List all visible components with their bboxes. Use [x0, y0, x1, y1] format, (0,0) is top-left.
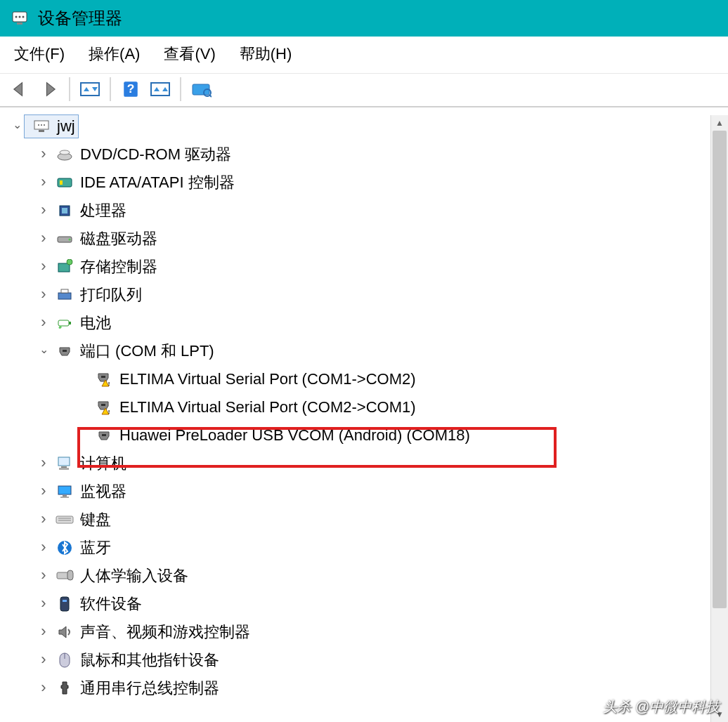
printer-icon: [55, 287, 74, 303]
menu-file[interactable]: 文件(F): [14, 44, 65, 65]
scrollbar-thumb[interactable]: [713, 131, 727, 608]
tree-category-label: 打印队列: [80, 284, 142, 306]
menu-action[interactable]: 操作(A): [89, 44, 140, 65]
menu-bar: 文件(F) 操作(A) 查看(V) 帮助(H): [0, 37, 728, 74]
menu-help[interactable]: 帮助(H): [240, 44, 292, 65]
svg-rect-50: [63, 600, 67, 602]
port-warn-icon: !: [94, 371, 114, 388]
tree-category[interactable]: 存储控制器: [7, 253, 728, 281]
tree-category[interactable]: 处理器: [7, 197, 728, 225]
svg-point-4: [22, 16, 25, 18]
expand-icon[interactable]: [37, 172, 51, 194]
tree-category[interactable]: IDE ATA/ATAPI 控制器: [7, 169, 728, 197]
tree-device-label: Huawei PreLoader USB VCOM (Android) (COM…: [119, 425, 470, 447]
svg-text:?: ?: [127, 81, 135, 96]
tree-category[interactable]: 人体学输入设备: [7, 562, 728, 590]
tree-category-label: 处理器: [80, 200, 126, 222]
svg-rect-32: [101, 376, 105, 378]
svg-rect-49: [60, 597, 69, 611]
expand-icon[interactable]: [37, 228, 51, 250]
separator: [180, 77, 181, 101]
svg-point-2: [15, 16, 18, 18]
tree-category-label: 通用串行总线控制器: [80, 678, 219, 700]
show-hidden-button[interactable]: [148, 77, 173, 102]
svg-rect-34: [101, 404, 105, 406]
tree-category[interactable]: 蓝牙: [7, 534, 728, 562]
menu-view[interactable]: 查看(V): [164, 44, 215, 65]
svg-text:!: !: [108, 381, 110, 387]
tree-category[interactable]: 软件设备: [7, 590, 728, 618]
tree-category-label: 蓝牙: [80, 537, 111, 559]
tree-category[interactable]: 监视器: [7, 478, 728, 506]
expand-icon[interactable]: [37, 565, 51, 587]
svg-point-15: [41, 124, 42, 126]
device-tree: jwj DVD/CD-ROM 驱动器IDE ATA/ATAPI 控制器处理器磁盘…: [0, 107, 728, 702]
tree-device[interactable]: !ELTIMA Virtual Serial Port (COM1->COM2): [7, 365, 728, 393]
expand-icon[interactable]: [37, 622, 51, 643]
tree-device-label: ELTIMA Virtual Serial Port (COM1->COM2): [119, 369, 416, 390]
expand-icon[interactable]: [37, 537, 51, 559]
svg-point-14: [38, 124, 39, 126]
tree-category[interactable]: DVD/CD-ROM 驱动器: [7, 140, 728, 169]
expand-icon[interactable]: [37, 343, 51, 359]
tree-category[interactable]: 键盘: [7, 506, 728, 534]
card-icon: [55, 174, 74, 191]
expand-icon[interactable]: [37, 509, 51, 531]
tree-category-label: 监视器: [80, 481, 126, 503]
tree-category[interactable]: 打印队列: [7, 281, 728, 309]
svg-rect-30: [69, 322, 71, 324]
tree-category[interactable]: 电池: [7, 309, 728, 337]
back-button[interactable]: [7, 77, 32, 102]
svg-rect-43: [56, 516, 73, 523]
software-icon: [55, 596, 74, 612]
scan-button[interactable]: [188, 77, 214, 102]
expand-icon[interactable]: [37, 284, 51, 306]
svg-rect-20: [60, 180, 63, 185]
cpu-icon: [55, 202, 74, 219]
svg-point-26: [67, 259, 72, 265]
storage-icon: [55, 258, 74, 275]
battery-icon: [55, 315, 74, 332]
scroll-up-icon[interactable]: ▲: [711, 115, 728, 131]
expand-icon[interactable]: [37, 650, 51, 671]
svg-rect-37: [58, 457, 70, 466]
expand-icon[interactable]: [10, 119, 24, 134]
expand-icon[interactable]: [37, 678, 51, 700]
expand-icon[interactable]: [37, 200, 51, 222]
svg-rect-28: [61, 289, 68, 293]
svg-rect-48: [67, 570, 73, 580]
tree-category[interactable]: 端口 (COM 和 LPT): [7, 337, 728, 365]
tree-category-label: IDE ATA/ATAPI 控制器: [80, 172, 235, 194]
forward-button[interactable]: [37, 77, 62, 102]
expand-icon[interactable]: [37, 144, 51, 166]
tree-category-label: 端口 (COM 和 LPT): [80, 341, 214, 362]
vertical-scrollbar[interactable]: ▲ ▼: [710, 115, 728, 722]
tree-category[interactable]: 计算机: [7, 449, 728, 478]
expand-icon[interactable]: [37, 453, 51, 475]
expand-icon[interactable]: [37, 593, 51, 615]
tree-device[interactable]: Huawei PreLoader USB VCOM (Android) (COM…: [7, 421, 728, 449]
properties-button[interactable]: [77, 77, 103, 102]
title-bar: 设备管理器: [0, 0, 728, 37]
svg-rect-27: [58, 293, 71, 299]
keyboard-icon: [55, 511, 74, 528]
tree-category-label: 软件设备: [80, 593, 142, 615]
tree-root[interactable]: jwj: [7, 112, 728, 140]
tree-device[interactable]: !ELTIMA Virtual Serial Port (COM2->COM1): [7, 393, 728, 421]
expand-icon[interactable]: [37, 256, 51, 278]
expand-icon[interactable]: [37, 313, 51, 334]
tree-category-label: 声音、视频和游戏控制器: [80, 622, 250, 643]
tree-root-label: jwj: [57, 116, 75, 138]
tree-category[interactable]: 磁盘驱动器: [7, 225, 728, 253]
expand-icon[interactable]: [37, 481, 51, 503]
watermark: 头杀 @中微中科技: [603, 697, 720, 716]
svg-rect-22: [62, 208, 67, 214]
svg-rect-13: [39, 130, 44, 132]
hdd-icon: [55, 230, 74, 247]
svg-rect-36: [102, 434, 106, 436]
help-button[interactable]: ?: [118, 77, 143, 102]
svg-rect-29: [58, 320, 69, 326]
tree-category-label: 人体学输入设备: [80, 565, 188, 587]
tree-category[interactable]: 鼠标和其他指针设备: [7, 646, 728, 674]
tree-category[interactable]: 声音、视频和游戏控制器: [7, 618, 728, 646]
